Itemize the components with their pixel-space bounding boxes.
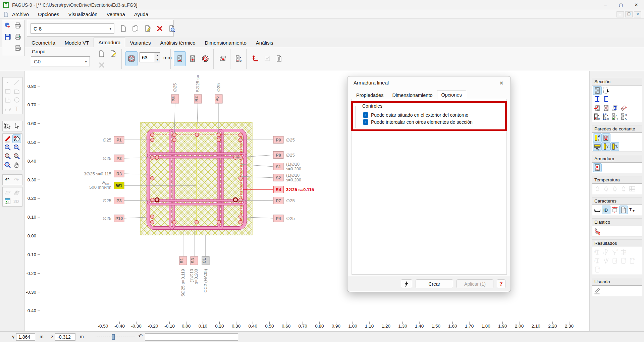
y-coord-value[interactable]: 1.864 <box>16 333 35 341</box>
pencil-tool-icon[interactable] <box>3 134 12 143</box>
insert-bar-icon[interactable] <box>249 51 261 66</box>
menu-archivo[interactable]: Archivo <box>12 11 29 17</box>
crear-button[interactable]: Crear <box>416 279 453 288</box>
scale-slider-track[interactable] <box>96 337 135 337</box>
dialog-tab-opciones[interactable]: Opciones <box>437 90 466 100</box>
z-coord-value[interactable]: -0.312 <box>55 333 75 341</box>
options-list-icon[interactable] <box>3 197 12 206</box>
new-group-icon[interactable] <box>97 49 107 59</box>
section-flip-icon[interactable] <box>602 86 610 95</box>
zoom-extents-icon[interactable] <box>3 161 12 169</box>
bar-label-P10[interactable]: P10 <box>114 215 124 222</box>
bar-label-P9[interactable]: P9 <box>273 136 283 144</box>
delete-section-icon[interactable] <box>155 23 165 34</box>
bar-label-C1[interactable]: C1 <box>202 256 209 265</box>
menu-ayuda[interactable]: Ayuda <box>134 11 148 17</box>
bar-label-P8[interactable]: P8 <box>273 152 283 159</box>
grupo-combo[interactable]: G0 ▾ <box>31 56 90 66</box>
diameter-spinner[interactable]: ▲▼ <box>155 52 160 62</box>
minimize-button[interactable]: – <box>598 0 613 10</box>
zoom-prev-icon[interactable] <box>12 152 21 161</box>
elastic-s-icon[interactable]: s <box>593 227 602 235</box>
menu-ventana[interactable]: Ventana <box>107 11 125 17</box>
bar-list-icon[interactable] <box>217 51 229 66</box>
undo-history-icon[interactable]: ↶ <box>138 333 143 339</box>
pan-hand-icon[interactable] <box>12 161 21 169</box>
checkbox-row-2[interactable]: ✓Puede intercalar con otros elementos de… <box>363 119 500 125</box>
bar-label-R3[interactable]: R3 <box>114 170 124 177</box>
tab-geometria[interactable]: Geometría <box>27 38 60 47</box>
bar-label-P3[interactable]: P3 <box>114 197 124 204</box>
channel-icon[interactable] <box>602 95 610 104</box>
menu-opciones[interactable]: Opciones <box>38 11 59 17</box>
ibeam-icon[interactable] <box>593 95 602 104</box>
menu-visualizacion[interactable]: Visualización <box>68 11 97 17</box>
mdi-minimize-button[interactable]: – <box>616 11 624 17</box>
checkbox-checked-icon[interactable]: ✓ <box>363 119 368 125</box>
section-center-icon[interactable] <box>602 104 610 112</box>
edit-section-icon[interactable] <box>143 23 153 34</box>
mdi-close-button[interactable]: ✕ <box>634 11 641 17</box>
zoom-window-icon[interactable] <box>3 152 12 161</box>
strain-icon[interactable]: εσ <box>233 51 245 66</box>
section-peel-icon[interactable] <box>619 104 628 112</box>
tab-analisis-termico[interactable]: Análisis térmico <box>156 38 200 47</box>
checkbox-checked-icon[interactable]: ✓ <box>363 112 368 118</box>
char-span-icon[interactable] <box>610 206 619 214</box>
bar-label-W1[interactable]: W1 <box>114 182 124 189</box>
app-logo-icon[interactable] <box>3 21 12 30</box>
new-section-icon[interactable] <box>118 23 128 34</box>
print-setup-icon[interactable] <box>13 33 22 41</box>
dialog-close-icon[interactable]: ✕ <box>497 79 506 87</box>
paint-bucket-icon[interactable] <box>12 134 21 143</box>
fy-icon[interactable]: fy <box>610 112 619 121</box>
help-button[interactable]: ? <box>497 279 505 288</box>
char-id-icon[interactable]: ID <box>602 206 610 214</box>
user-pencil-icon[interactable] <box>593 286 602 295</box>
eps-sigma-icon[interactable]: εσ <box>593 112 602 121</box>
section-rect-icon[interactable] <box>593 86 602 95</box>
bar-label-S2[interactable]: S2 <box>273 174 283 181</box>
eps-sigma-nodes-icon[interactable]: εσ <box>602 112 610 121</box>
bar-label-P6[interactable]: P6 <box>215 95 222 103</box>
wall-vt-icon[interactable]: VT <box>593 133 602 142</box>
dialog-tab-dimensionamiento[interactable]: Dimensionamiento <box>388 91 437 100</box>
bar-label-R4[interactable]: R4 <box>273 186 283 193</box>
section-combo[interactable]: C-8 ▾ <box>31 23 114 34</box>
nk-icon[interactable]: NK <box>619 112 628 121</box>
zoom-in-icon[interactable] <box>3 143 12 152</box>
single-bar-icon[interactable] <box>186 51 199 66</box>
wall-tx-icon[interactable]: Tx <box>610 142 619 151</box>
wall-u-icon[interactable] <box>602 133 610 142</box>
save-icon[interactable] <box>3 33 12 41</box>
tab-modelo-vt[interactable]: Modelo VT <box>60 38 94 47</box>
bar-label-P1[interactable]: P1 <box>114 136 124 144</box>
bar-label-R1[interactable]: R1 <box>179 256 187 265</box>
copy-section-icon[interactable] <box>130 23 141 34</box>
scale-slider-handle[interactable] <box>112 334 115 340</box>
zoom-out-icon[interactable] <box>12 143 21 152</box>
bar-label-P4[interactable]: P4 <box>273 215 283 222</box>
bar-label-S3[interactable]: S3 <box>191 256 198 265</box>
bar-label-S1[interactable]: S1 <box>273 163 283 170</box>
cover-icon[interactable] <box>125 51 138 66</box>
select-arrow-icon[interactable] <box>12 122 21 130</box>
wall-vy-icon[interactable]: Vy <box>593 142 602 151</box>
tab-variantes[interactable]: Variantes <box>125 38 155 47</box>
print-icon[interactable] <box>13 21 22 30</box>
bar-label-R2[interactable]: R2 <box>194 95 202 103</box>
report-icon[interactable] <box>273 51 285 66</box>
undo-icon[interactable]: ↶ <box>3 175 12 184</box>
tab-armadura[interactable]: Armadura <box>94 38 125 47</box>
bar-label-P7[interactable]: P7 <box>273 197 283 204</box>
flash-apply-button[interactable] <box>401 279 412 288</box>
diameter-input[interactable] <box>140 52 155 62</box>
browse-sections-icon[interactable] <box>167 23 177 34</box>
armadura-bar-icon[interactable] <box>593 163 602 172</box>
bar-label-P2[interactable]: P2 <box>114 155 124 162</box>
copy-machine-icon[interactable] <box>13 44 22 53</box>
select-nodes-icon[interactable] <box>3 122 12 130</box>
circular-bar-icon[interactable] <box>199 51 211 66</box>
bar-label-P5[interactable]: P5 <box>171 95 179 103</box>
section-skew-icon[interactable] <box>610 104 619 112</box>
